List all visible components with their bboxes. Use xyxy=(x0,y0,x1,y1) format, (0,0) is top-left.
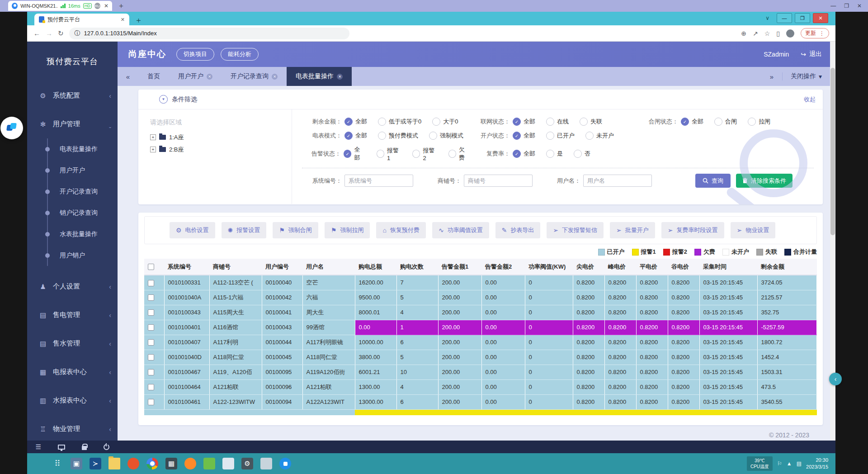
toolbar-button[interactable]: ✎ 抄表导出 xyxy=(495,222,541,238)
row-checkbox[interactable] xyxy=(148,399,154,405)
power-icon[interactable] xyxy=(104,444,109,450)
reload-icon[interactable]: ↻ xyxy=(58,29,64,38)
radio-option[interactable]: ✓是 xyxy=(546,150,563,158)
column-header[interactable]: 功率阀值(KW) xyxy=(525,259,573,275)
client-window-controls[interactable]: —❐✕ xyxy=(830,0,862,12)
table-row[interactable]: 0010100331A112-113空芒 (00100040空芒 16200.0… xyxy=(144,275,817,290)
filter-input[interactable] xyxy=(464,175,533,187)
radio-option[interactable]: ✓否 xyxy=(574,150,590,158)
toolbar-button[interactable]: ✺ 报警设置 xyxy=(222,222,267,238)
window-app-icon[interactable] xyxy=(220,455,237,473)
zoom-icon[interactable]: ⊕ xyxy=(741,30,746,37)
sidebar-item[interactable]: ♟ 个人设置 ‹ xyxy=(27,272,118,301)
radio-option[interactable]: ✓全部 xyxy=(681,118,703,126)
tab-close-icon[interactable]: ✕ xyxy=(337,74,343,80)
sidebar-item[interactable]: ⚙ 系统配置 ‹ xyxy=(27,81,118,110)
browser-restore-button[interactable]: ❐ xyxy=(795,13,810,23)
column-header[interactable]: 尖电价 xyxy=(573,259,604,275)
radio-option[interactable]: ✓已开户 xyxy=(546,132,575,140)
search-button[interactable]: 查询 xyxy=(695,174,731,188)
radio-option[interactable]: ✓全部 xyxy=(513,132,535,140)
sidebar-subitem[interactable]: 电表批量操作 xyxy=(48,138,118,160)
column-header[interactable]: 告警金额2 xyxy=(481,259,525,275)
row-checkbox[interactable] xyxy=(148,294,154,301)
flag-icon[interactable]: ⚐ xyxy=(777,460,782,467)
column-header[interactable]: 购电总额 xyxy=(355,259,396,275)
toolbar-button[interactable]: ⚑ 强制拉闸 xyxy=(325,222,370,238)
header-pill-button[interactable]: 能耗分析 xyxy=(221,48,259,61)
start-icon[interactable] xyxy=(30,455,47,473)
sidebar-subitem[interactable]: 水表批量操作 xyxy=(48,223,118,245)
filter-input[interactable] xyxy=(344,175,413,187)
row-checkbox[interactable] xyxy=(148,384,154,390)
radio-option[interactable]: ✓预付费模式 xyxy=(378,132,418,140)
new-session-button[interactable]: ＋ xyxy=(118,1,125,11)
forward-icon[interactable]: → xyxy=(46,29,52,37)
edge-expand-button[interactable]: ‹ xyxy=(829,373,842,385)
tab-close-icon[interactable]: ✕ xyxy=(207,74,212,80)
sidebar-subitem[interactable]: 用户销户 xyxy=(48,245,118,266)
remote-session-tab[interactable]: WIN-OQMSK21... 16ms HD RU ✕ xyxy=(8,1,112,11)
tab-search-icon[interactable]: ∨ xyxy=(765,15,769,21)
window-app2-icon[interactable] xyxy=(258,455,275,473)
column-header[interactable]: 购电次数 xyxy=(396,259,438,275)
table-row[interactable]: 0010100401A116酒馆0010004399酒馆 0.001200.00… xyxy=(144,320,817,335)
toolbar-button[interactable]: ➢ 物业设置 xyxy=(731,222,776,238)
chrome-icon[interactable] xyxy=(144,455,161,473)
arrow-up-icon[interactable]: ▲ xyxy=(787,460,792,467)
firefox-ball-icon[interactable] xyxy=(182,455,199,473)
address-bar[interactable]: ⓘ 127.0.0.1:10315/Main/Index xyxy=(69,28,349,39)
nav-tab[interactable]: 电表批量操作 ✕ xyxy=(287,67,352,86)
select-all-checkbox[interactable] xyxy=(148,264,154,270)
column-header[interactable]: 剩余金额 xyxy=(757,259,817,275)
tree-node[interactable]: + 1:A座 xyxy=(150,131,292,143)
row-checkbox[interactable] xyxy=(148,309,154,316)
row-checkbox[interactable] xyxy=(148,280,154,286)
expand-icon[interactable]: + xyxy=(150,147,156,152)
tabs-scroll-right-icon[interactable]: » xyxy=(761,73,782,81)
table-row[interactable]: 001001040DA118同仁堂00100045A118同仁堂 3800.00… xyxy=(144,350,817,365)
radio-option[interactable]: ✓全部 xyxy=(513,118,535,126)
tab-close-icon[interactable]: ✕ xyxy=(121,17,125,23)
browser-tab[interactable]: 预付费云平台 ✕ xyxy=(34,14,129,25)
menu-icon[interactable]: ☰ xyxy=(35,443,41,450)
todesk-icon[interactable] xyxy=(277,455,294,473)
site-info-icon[interactable]: ⓘ xyxy=(75,29,80,38)
row-checkbox[interactable] xyxy=(148,324,154,331)
toolbar-button[interactable]: ➢ 复费率时段设置 xyxy=(661,222,724,238)
filter-input[interactable] xyxy=(583,175,652,187)
server-manager-icon[interactable]: ▣ xyxy=(68,455,85,473)
red-ball-icon[interactable] xyxy=(125,455,142,473)
side-panel-icon[interactable]: ▯ xyxy=(776,30,780,37)
collapse-link[interactable]: 收起 xyxy=(804,95,816,104)
dark-app-icon[interactable]: ▦ xyxy=(163,455,180,473)
sidebar-item[interactable]: ✻ 用户管理 ˬ xyxy=(27,110,118,138)
column-header[interactable]: 系统编号 xyxy=(164,259,209,275)
close-session-icon[interactable]: ✕ xyxy=(104,3,108,9)
column-header[interactable]: 商铺号 xyxy=(209,259,262,275)
toolbar-button[interactable]: ⚙ 电价设置 xyxy=(170,222,215,238)
toolbar-button[interactable]: ∿ 功率阈值设置 xyxy=(432,222,489,238)
table-row[interactable]: 0010100464A121柏联00100096A121柏联 1300.0042… xyxy=(144,379,817,394)
radio-option[interactable]: ✓全部 xyxy=(344,132,367,140)
radio-option[interactable]: ✓全部 xyxy=(513,150,535,158)
taskbar-clock[interactable]: 20:30 2023/3/15 xyxy=(806,457,828,471)
bookmark-star-icon[interactable]: ☆ xyxy=(764,30,770,37)
radio-option[interactable]: ✓失联 xyxy=(580,118,602,126)
column-header[interactable]: 采集时间 xyxy=(699,259,757,275)
table-row[interactable]: 001001040AA115-1六福00100042六福 9500.005200… xyxy=(144,290,817,305)
powershell-icon[interactable]: ≻ xyxy=(87,455,104,473)
tree-node[interactable]: + 2:B座 xyxy=(150,143,292,156)
sidebar-item[interactable]: ♖ 物业管理 ‹ xyxy=(27,415,118,443)
table-row[interactable]: 0010100407A117利明00100044A117利明眼镜 10000.0… xyxy=(144,335,817,350)
column-header[interactable]: 峰电价 xyxy=(604,259,636,275)
nav-tab[interactable]: 用户开户 ✕ xyxy=(169,67,222,86)
radio-option[interactable]: ✓拉闸 xyxy=(748,118,770,126)
nav-tab[interactable]: 开户记录查询 ✕ xyxy=(222,67,287,86)
column-header[interactable]: 平电价 xyxy=(636,259,668,275)
radio-option[interactable]: ✓在线 xyxy=(546,118,569,126)
share-icon[interactable]: ↗ xyxy=(753,30,758,37)
back-icon[interactable]: ← xyxy=(33,29,40,37)
toolbar-button[interactable]: ⚑ 强制合闸 xyxy=(273,222,318,238)
header-pill-button[interactable]: 切换项目 xyxy=(176,48,214,61)
